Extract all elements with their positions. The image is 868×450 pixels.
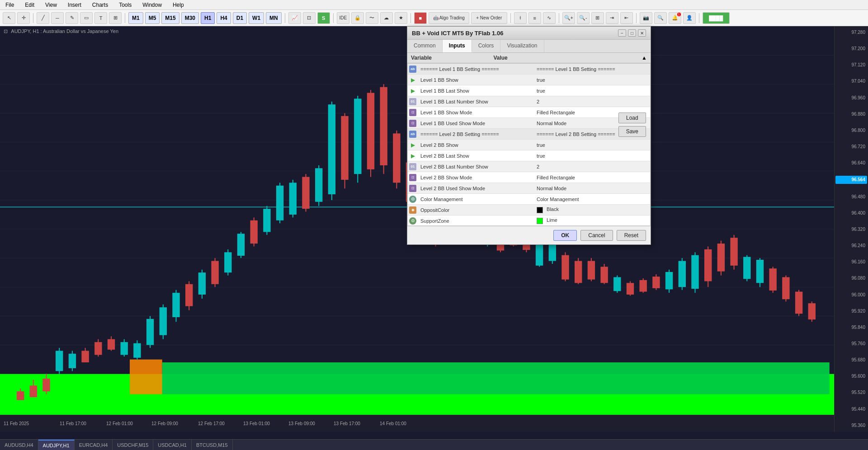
toolbar-alert-btn[interactable]: 🔔1: [669, 12, 681, 24]
toolbar-hline-btn[interactable]: ─: [51, 12, 64, 24]
period-h4[interactable]: H4: [217, 12, 231, 24]
toolbar-crosshair-btn[interactable]: ✛: [17, 12, 30, 24]
menu-edit[interactable]: Edit: [23, 1, 36, 9]
toolbar-scroll2-btn[interactable]: ⇤: [620, 12, 633, 24]
table-row[interactable]: ⚙ Color Management Color Management: [408, 194, 650, 205]
save-button[interactable]: Save: [618, 126, 646, 137]
toolbar-ide-btn[interactable]: IDE: [337, 12, 349, 24]
row-value-supportzone[interactable]: Lime: [534, 216, 650, 225]
row-value[interactable]: Color Management: [534, 195, 650, 203]
menu-insert[interactable]: Insert: [66, 1, 83, 9]
table-row[interactable]: ⊡ Level 1 BB Used Show Mode Normal Mode: [408, 118, 650, 129]
toolbar-search-btn[interactable]: 🔍: [654, 12, 667, 24]
menu-help[interactable]: Help: [171, 1, 186, 9]
period-m1[interactable]: M1: [128, 12, 143, 24]
row-value[interactable]: true: [534, 76, 650, 84]
dialog-tab-common[interactable]: Common: [407, 40, 443, 52]
table-row-supportzone[interactable]: ⚙ SupportZone Lime: [408, 216, 650, 226]
toolbar-zoomin-btn[interactable]: 🔍+: [562, 12, 575, 24]
dialog-tab-colors[interactable]: Colors: [472, 40, 501, 52]
toolbar-wave2-btn[interactable]: ∿: [543, 12, 556, 24]
inputs-table[interactable]: ab ====== Level 1 BB Setting ====== ====…: [407, 63, 651, 226]
toolbar-algo-btn[interactable]: 🤖 Algo Trading: [429, 12, 469, 24]
toolbar-draw-btn[interactable]: ✎: [66, 12, 78, 24]
period-m15[interactable]: M15: [161, 12, 179, 24]
row-value[interactable]: 2: [534, 98, 650, 106]
row-variable: Level 2 BB Show Mode: [418, 173, 534, 182]
menu-view[interactable]: View: [43, 1, 59, 9]
period-d1[interactable]: D1: [233, 12, 247, 24]
menu-window[interactable]: Window: [141, 1, 164, 9]
toolbar-neworder-btn[interactable]: + New Order: [471, 12, 507, 24]
dialog-close-btn[interactable]: ✕: [638, 29, 646, 37]
table-row[interactable]: ▶ Level 1 BB Show true: [408, 75, 650, 85]
row-value[interactable]: true: [534, 141, 650, 149]
toolbar-indicators-btn[interactable]: ⫲: [514, 12, 527, 24]
toolbar-cloud-btn[interactable]: ☁: [380, 12, 393, 24]
toolbar-star-btn[interactable]: ★: [395, 12, 407, 24]
period-mn[interactable]: MN: [266, 12, 282, 24]
period-h1[interactable]: H1: [201, 12, 215, 24]
table-header: Variable Value ▲: [407, 53, 651, 63]
menu-file[interactable]: File: [4, 1, 16, 9]
ok-button[interactable]: OK: [553, 230, 577, 241]
toolbar-wave-btn[interactable]: 〜: [366, 12, 378, 24]
tab-btcusd-m15[interactable]: BTCUSD,M15: [192, 440, 233, 450]
tab-audusd-h4[interactable]: AUDUSD,H4: [0, 440, 38, 450]
scroll-up-icon[interactable]: ▲: [642, 55, 647, 61]
tab-eurcad-h4[interactable]: EURCAD,H4: [75, 440, 113, 450]
toolbar-stop-btn[interactable]: ■: [414, 12, 427, 24]
row-value[interactable]: true: [534, 152, 650, 160]
reset-button[interactable]: Reset: [617, 230, 646, 241]
toolbar-user-btn[interactable]: 👤: [683, 12, 696, 24]
dialog-tab-inputs[interactable]: Inputs: [443, 40, 472, 52]
dialog-maximize-btn[interactable]: □: [628, 29, 636, 37]
toolbar-zoomout-btn[interactable]: 🔍-: [577, 12, 590, 24]
toolbar-s-btn[interactable]: S: [317, 12, 330, 24]
toolbar-more-btn[interactable]: ⊞: [109, 12, 122, 24]
table-row[interactable]: ⊡ Level 2 BB Used Show Mode Normal Mode: [408, 183, 650, 194]
table-row[interactable]: 01 Level 1 BB Last Number Show 2: [408, 96, 650, 107]
row-value[interactable]: Filled Rectangale: [534, 173, 650, 182]
01-icon: 01: [409, 163, 416, 170]
tab-audjpy-h1[interactable]: AUDJPY,H1: [38, 440, 75, 450]
table-row-oppositcolor[interactable]: ◉ OppositColor Black: [408, 205, 650, 216]
tab-usdchf-m15[interactable]: USDCHF,M15: [113, 440, 153, 450]
toolbar-grid-btn[interactable]: ⊞: [591, 12, 604, 24]
toolbar-rect-btn[interactable]: ▭: [80, 12, 93, 24]
toolbar-text-btn[interactable]: T: [94, 12, 107, 24]
row-value-oppositcolor[interactable]: Black: [534, 205, 650, 214]
menu-charts[interactable]: Charts: [90, 1, 110, 9]
table-row[interactable]: ⊡ Level 2 BB Show Mode Filled Rectangale: [408, 172, 650, 183]
toolbar-objects-btn[interactable]: ≡: [528, 12, 541, 24]
toolbar-scroll-btn[interactable]: ⇥: [606, 12, 618, 24]
load-button[interactable]: Load: [618, 112, 646, 123]
toolbar-template-btn[interactable]: ⊡: [303, 12, 316, 24]
toolbar-screenshot-btn[interactable]: 📷: [640, 12, 652, 24]
tab-usdcad-h1[interactable]: USDCAD,H1: [153, 440, 192, 450]
table-row[interactable]: ▶ Level 1 BB Last Show true: [408, 85, 650, 96]
row-value[interactable]: true: [534, 87, 650, 95]
cancel-button[interactable]: Cancel: [580, 230, 613, 241]
price-label: 96.960: [835, 94, 867, 102]
toolbar-lock-btn[interactable]: 🔒: [351, 12, 364, 24]
toolbar-cursor-btn[interactable]: ↖: [3, 12, 15, 24]
toolbar-chart-type-btn[interactable]: 📈: [288, 12, 301, 24]
row-value[interactable]: 2: [534, 163, 650, 171]
row-value[interactable]: Normal Mode: [534, 184, 650, 192]
table-row[interactable]: ⊡ Level 1 BB Show Mode Filled Rectangale: [408, 107, 650, 118]
table-row[interactable]: ▶ Level 2 BB Show true: [408, 140, 650, 150]
row-value: ====== Level 1 BB Setting ======: [534, 65, 650, 73]
period-m30[interactable]: M30: [181, 12, 199, 24]
table-row[interactable]: ▶ Level 2 BB Last Show true: [408, 150, 650, 161]
svg-rect-105: [588, 261, 595, 280]
dialog-minimize-btn[interactable]: −: [618, 29, 626, 37]
table-row[interactable]: 01 Level 2 BB Last Number Show 2: [408, 161, 650, 172]
dialog-tab-visualization[interactable]: Visualization: [500, 40, 544, 52]
toolbar-line-btn[interactable]: ╱: [37, 12, 49, 24]
toolbar-greenbar-btn[interactable]: ████: [703, 12, 730, 24]
menu-tools[interactable]: Tools: [117, 1, 133, 9]
svg-rect-29: [94, 342, 102, 355]
period-m5[interactable]: M5: [145, 12, 160, 24]
period-w1[interactable]: W1: [249, 12, 264, 24]
